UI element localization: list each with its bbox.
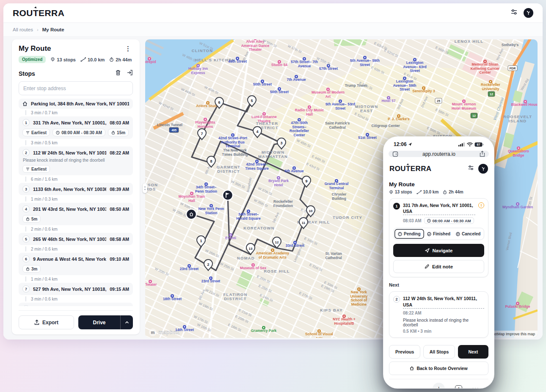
panel-resize-grip[interactable] bbox=[143, 183, 147, 193]
svg-text:ChryslerBuilding: ChryslerBuilding bbox=[332, 192, 347, 201]
svg-text:American Academyof Dramatic Ar: American Academyof Dramatic Arts bbox=[256, 251, 290, 259]
stopwatch-icon bbox=[109, 57, 114, 62]
stop-note: Please knock instead of ringing the door… bbox=[23, 158, 129, 163]
browser-more-icon[interactable]: ••• bbox=[472, 386, 479, 389]
battery-icon: 67 bbox=[474, 142, 484, 147]
navigate-arrow-icon bbox=[425, 248, 430, 253]
svg-text:TUDOR CITY: TUDOR CITY bbox=[333, 215, 362, 220]
url-bar[interactable]: app.routerra.io bbox=[389, 151, 489, 157]
svg-text:Blackwell House: Blackwell House bbox=[511, 102, 538, 107]
stop-badge: 08:00 AM - 08:30 AM bbox=[52, 129, 105, 136]
travel-leg: 2 min / 0.6 km bbox=[25, 246, 133, 252]
status-finished-button[interactable]: Finished bbox=[424, 229, 454, 239]
svg-text:Lincoln Tunnel: Lincoln Tunnel bbox=[157, 123, 182, 127]
all-stops-button[interactable]: All Stops bbox=[423, 345, 455, 359]
svg-text:12: 12 bbox=[472, 114, 476, 117]
phone-settings-sliders-icon[interactable] bbox=[468, 165, 474, 173]
phone-mockup: 12:06 67 app.routerra.io ROUTERRA My Rou… bbox=[383, 136, 494, 389]
svg-text:Museum of Sex: Museum of Sex bbox=[240, 266, 267, 270]
svg-text:Hotel 57: Hotel 57 bbox=[381, 99, 395, 103]
navigate-button[interactable]: Navigate bbox=[393, 244, 484, 257]
drive-options-caret[interactable] bbox=[120, 315, 133, 329]
safari-toolbar: ← → + 4 ••• bbox=[389, 379, 488, 389]
route-title: My Route bbox=[19, 44, 51, 53]
current-stop-address[interactable]: 331 7th Ave, New York, NY 10001, USA bbox=[403, 202, 475, 215]
svg-text:5: 5 bbox=[251, 99, 253, 103]
svg-text:Studio 54: Studio 54 bbox=[271, 63, 288, 67]
pencil-icon bbox=[425, 264, 429, 269]
svg-text:Gramercy Park: Gramercy Park bbox=[251, 329, 277, 333]
status-canceled-button[interactable]: Canceled bbox=[453, 229, 483, 239]
location-arrow-icon bbox=[408, 142, 412, 146]
duration-stat: 2h 44m bbox=[109, 57, 132, 62]
svg-text:Mount VernonHotel Museum: Mount VernonHotel Museum bbox=[452, 102, 477, 110]
browser-new-tab-icon[interactable]: + bbox=[433, 383, 445, 389]
battery-percent: 67 bbox=[477, 143, 480, 146]
edit-note-button[interactable]: Edit note bbox=[393, 260, 484, 273]
export-button[interactable]: Export bbox=[19, 315, 74, 329]
stop-row-2[interactable]: 2112 W 24th St, New York, NY 10011, USA0… bbox=[19, 146, 133, 175]
svg-text:mapbox: mapbox bbox=[158, 329, 180, 335]
browser-back-icon[interactable]: ← bbox=[398, 384, 405, 389]
stop-row-5[interactable]: 5265 W 46th St, New York, NY 10036, USA0… bbox=[19, 233, 133, 245]
status-segmented-control: Pending Finished Canceled bbox=[393, 228, 484, 240]
road-shield: 25 bbox=[435, 98, 442, 103]
user-avatar[interactable] bbox=[524, 8, 533, 18]
svg-text:FLATIRONDISTRICT: FLATIRONDISTRICT bbox=[223, 292, 248, 301]
delete-stops-icon[interactable] bbox=[115, 69, 121, 77]
svg-text:St. VartanCathedral: St. VartanCathedral bbox=[325, 251, 342, 260]
stop-row-1[interactable]: 1331 7th Ave, New York, NY 10001, USA08:… bbox=[19, 116, 133, 139]
status-pending-button[interactable]: Pending bbox=[394, 229, 424, 239]
svg-text:Sotheby's: Sotheby's bbox=[502, 43, 519, 47]
browser-tabs-button[interactable]: 4 bbox=[455, 385, 462, 389]
svg-text:PlaywrightsHorizons: PlaywrightsHorizons bbox=[195, 120, 215, 129]
stop-row-6[interactable]: 69 Avenue & West 44 St, New York, NY 100… bbox=[19, 253, 133, 275]
breadcrumb: All routes › My Route bbox=[3, 23, 543, 36]
breadcrumb-separator: › bbox=[37, 27, 39, 32]
stop-row-3[interactable]: 31133 6th Ave, New York, NY 10036, USA08… bbox=[19, 183, 133, 195]
route-menu-kebab-icon[interactable]: ⋮ bbox=[123, 45, 133, 52]
svg-text:KOREATOWN: KOREATOWN bbox=[243, 226, 274, 230]
pin-icon bbox=[50, 57, 55, 62]
svg-text:RockefellerUniversity: RockefellerUniversity bbox=[481, 83, 501, 91]
travel-leg: 3 min / 0.7 km bbox=[25, 109, 133, 116]
chevron-up-icon bbox=[125, 321, 129, 324]
svg-text:50th Street: 50th Street bbox=[253, 82, 272, 86]
stop-badge: 15m bbox=[108, 129, 129, 136]
drive-button[interactable]: Drive bbox=[78, 315, 120, 329]
svg-text:m: m bbox=[151, 330, 155, 335]
svg-text:34th Street–Herald Square: 34th Street–Herald Square bbox=[236, 212, 261, 221]
svg-text:9: 9 bbox=[305, 179, 307, 183]
back-to-overview-button[interactable]: Back to Route Overview bbox=[389, 362, 488, 375]
phone-user-avatar[interactable] bbox=[478, 164, 488, 174]
routerra-logo: ROUTERRA bbox=[13, 8, 64, 18]
svg-text:P. J. Clarke's: P. J. Clarke's bbox=[388, 117, 410, 121]
svg-text:10: 10 bbox=[309, 209, 313, 213]
svg-text:5th Avenue: 5th Avenue bbox=[284, 169, 303, 173]
svg-text:495: 495 bbox=[171, 129, 176, 132]
export-stops-icon[interactable] bbox=[127, 69, 133, 77]
next-stop-button[interactable]: Next bbox=[458, 345, 488, 359]
browser-forward-icon[interactable]: → bbox=[416, 384, 423, 389]
breadcrumb-all-routes[interactable]: All routes bbox=[13, 27, 33, 32]
previous-stop-button[interactable]: Previous bbox=[389, 345, 420, 359]
travel-leg: 6 min / 1.6 km bbox=[25, 176, 133, 182]
route-panel: My Route ⋮ Optimized 13 stops 10.0 km 2h… bbox=[12, 39, 140, 334]
svg-text:12: 12 bbox=[490, 93, 493, 96]
depot-row[interactable]: Parking lot, 384 8th Ave, New York, NY 1… bbox=[19, 99, 133, 109]
svg-text:23rd Street: 23rd Street bbox=[180, 267, 199, 271]
svg-text:8: 8 bbox=[210, 159, 212, 163]
road-shield: 495 bbox=[169, 127, 179, 133]
svg-text:23rd Street: 23rd Street bbox=[201, 279, 221, 283]
stop-row-8[interactable]: 8535 8th Ave, New York, NY 10018, USA09:… bbox=[19, 303, 133, 306]
svg-text:Holiday InnExpress: Holiday InnExpress bbox=[188, 66, 208, 75]
settings-sliders-icon[interactable] bbox=[510, 8, 518, 17]
stop-row-4[interactable]: 4201 W 43rd St, New York, NY 10036, USA0… bbox=[19, 203, 133, 225]
svg-text:1: 1 bbox=[200, 239, 202, 243]
svg-text:Theater: Theater bbox=[145, 282, 157, 287]
stop-row-7[interactable]: 7527 9th Ave, New York, NY 10018, USA09:… bbox=[19, 283, 133, 295]
stops-list: Parking lot, 384 8th Ave, New York, NY 1… bbox=[19, 99, 133, 306]
stop-address-input[interactable] bbox=[19, 81, 133, 95]
svg-text:FDR: FDR bbox=[510, 67, 516, 70]
next-stop-address[interactable]: 112 W 24th St, New York, NY 10011, USA bbox=[403, 295, 484, 308]
